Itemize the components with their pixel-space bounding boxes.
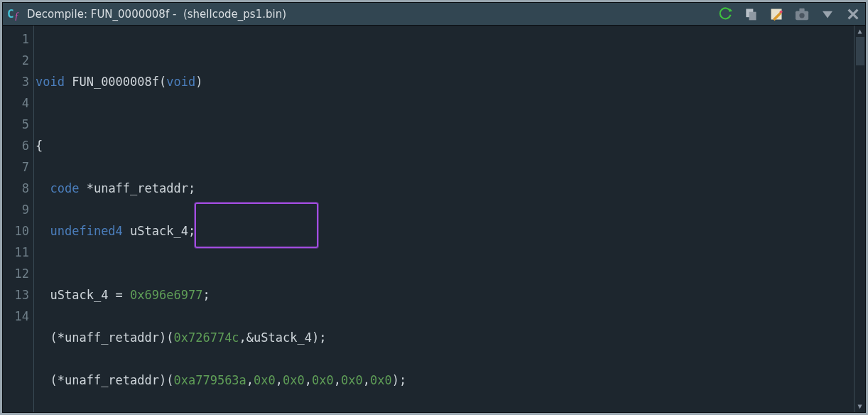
titlebar: C f Decompile: FUN_0000008f - (shellcode… — [3, 3, 865, 26]
line-number: 2 — [3, 50, 33, 71]
copy-icon[interactable] — [743, 6, 759, 22]
title-file: (shellcode_ps1.bin) — [183, 8, 286, 21]
snapshot-icon[interactable] — [794, 6, 810, 22]
close-icon[interactable] — [845, 6, 861, 22]
scroll-down-icon[interactable]: ▼ — [855, 401, 865, 412]
edit-icon[interactable] — [769, 6, 784, 22]
code-text[interactable]: void FUN_0000008f(void) { code *unaff_re… — [34, 26, 854, 412]
toolbar — [717, 6, 861, 22]
code-line: undefined4 uStack_4; — [36, 220, 854, 242]
code-area: 1 2 3 4 5 6 7 8 9 10 11 12 13 14 void FU… — [3, 26, 865, 412]
line-number: 13 — [3, 284, 33, 306]
vertical-scrollbar[interactable]: ▲ ▼ — [854, 26, 865, 412]
line-number: 4 — [3, 92, 33, 114]
title-text: Decompile: FUN_0000008f - (shellcode_ps1… — [27, 8, 286, 21]
title-func: FUN_0000008f — [91, 8, 169, 21]
title-sep: - — [173, 8, 176, 21]
title-group: C f Decompile: FUN_0000008f - (shellcode… — [7, 8, 712, 21]
scroll-up-icon[interactable]: ▲ — [855, 26, 865, 37]
svg-rect-7 — [799, 8, 804, 11]
line-number: 1 — [3, 28, 33, 50]
code-line: (*unaff_retaddr)(0xa779563a,0x0,0x0,0x0,… — [36, 370, 854, 391]
line-number: 9 — [3, 199, 33, 220]
code-line: code *unaff_retaddr; — [36, 178, 854, 199]
line-number: 5 — [3, 114, 33, 135]
title-prefix: Decompile: — [27, 8, 87, 21]
line-number: 11 — [3, 242, 33, 263]
svg-rect-3 — [749, 11, 756, 20]
svg-point-8 — [799, 13, 804, 18]
code-line: uStack_4 = 0x696e6977; — [36, 284, 854, 306]
line-number: 14 — [3, 306, 33, 327]
line-number: 12 — [3, 263, 33, 284]
code-line: (*unaff_retaddr)(0x726774c,&uStack_4); — [36, 327, 854, 348]
decompile-icon: C f — [7, 8, 23, 21]
line-number: 6 — [3, 135, 33, 156]
menu-dropdown-icon[interactable] — [820, 6, 835, 22]
decompile-window: C f Decompile: FUN_0000008f - (shellcode… — [2, 2, 866, 413]
svg-text:f: f — [15, 11, 19, 21]
code-line: void FUN_0000008f(void) — [36, 71, 854, 92]
line-number: 10 — [3, 220, 33, 242]
line-number: 7 — [3, 156, 33, 178]
line-number: 8 — [3, 178, 33, 199]
scroll-thumb[interactable] — [856, 37, 864, 65]
line-gutter: 1 2 3 4 5 6 7 8 9 10 11 12 13 14 — [3, 26, 34, 412]
refresh-icon[interactable] — [717, 6, 733, 22]
line-number: 3 — [3, 71, 33, 92]
code-line: { — [36, 135, 854, 156]
svg-text:C: C — [7, 8, 14, 21]
